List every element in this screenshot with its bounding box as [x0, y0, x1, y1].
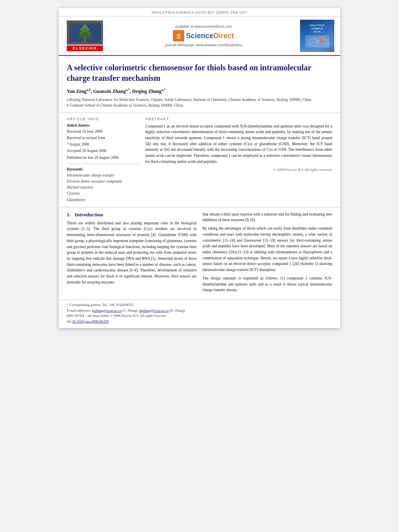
- elsevier-tree-image: [67, 21, 103, 45]
- elsevier-logo: ELSEVIER: [63, 21, 107, 51]
- svg-point-9: [318, 37, 325, 43]
- sciencedirect-center: available at www.sciencedirect.com S Sci…: [107, 25, 300, 47]
- journal-citation: ANALYTICA CHIMICA ACTA 627 (2008) 254–25…: [152, 10, 247, 14]
- intro-paragraph-2: that release a thiol upon reaction with …: [203, 212, 333, 223]
- footnote-section: * Corresponding authors. Tel.: +86 10 62…: [59, 300, 340, 328]
- affiliations: a Beijing National Laboratory for Molecu…: [67, 97, 332, 109]
- copyright: © 2008 Elsevier B.V. All rights reserved…: [145, 168, 332, 172]
- article-info-panel: ARTICLE INFO Article history: Received 1…: [67, 117, 139, 203]
- keyword-1: Intramolecular charge transfer: [67, 173, 139, 179]
- doi-text: doi:10.1016/j.aca.2008.08.028: [67, 319, 332, 325]
- author-deqing-sup: a,*: [162, 88, 166, 92]
- authors: Yan Zenga,b, Guanxin Zhanga,*, Deqing Zh…: [67, 88, 332, 94]
- author-guanxin: Guanxin Zhang: [93, 88, 125, 94]
- body-right-column: that release a thiol upon reaction with …: [203, 212, 333, 296]
- abstract-text: Compound 1 as an electron donor-acceptor…: [145, 123, 332, 165]
- body-section: 1. Introduction Thiols are widely distri…: [59, 207, 340, 300]
- introduction-heading: 1. Introduction: [67, 212, 197, 218]
- issn-text: 0003-2670/$ – see front matter © 2008 El…: [67, 313, 332, 319]
- elsevier-branding: ELSEVIER: [63, 21, 107, 51]
- article-page: ANALYTICA CHIMICA ACTA 627 (2008) 254–25…: [59, 8, 340, 328]
- author-guanxin-sup: a,*: [126, 88, 130, 92]
- publisher-header: ELSEVIER available at www.sciencedirect.…: [59, 16, 340, 56]
- author-deqing: Deqing Zhang: [132, 88, 162, 94]
- body-left-column: 1. Introduction Thiols are widely distri…: [67, 212, 197, 296]
- email-addresses: E-mail addresses: gxzhang@iccas.ac.cn (G…: [67, 308, 332, 314]
- intro-paragraph-3: By taking the advantages of thiols which…: [203, 226, 333, 273]
- intro-paragraph-4: The design rationale is explained as fol…: [203, 275, 333, 293]
- sd-icon: S: [173, 30, 184, 41]
- affiliation-b: b Graduate School of Chinese Academy of …: [67, 103, 332, 108]
- article-info-heading: ARTICLE INFO: [67, 117, 139, 121]
- sciencedirect-text: ScienceDirect: [186, 32, 234, 40]
- published-date: Published on line 29 August 2008: [67, 155, 139, 160]
- info-divider: [67, 164, 139, 164]
- keyword-2: Electron donor–acceptor compound: [67, 179, 139, 185]
- journal-header: ANALYTICA CHIMICA ACTA 627 (2008) 254–25…: [59, 8, 340, 16]
- accepted-date: Accepted 20 August 2008: [67, 148, 139, 154]
- abstract-heading: ABSTRACT: [145, 117, 332, 121]
- doi-link[interactable]: 10.1016/j.aca.2008.08.028: [72, 319, 108, 323]
- available-text: available at www.sciencedirect.com: [111, 25, 296, 29]
- section-number: 1.: [67, 212, 71, 218]
- journal-homepage: journal homepage: www.elsevier.com/locat…: [111, 43, 296, 47]
- author-yan: Yan Zeng: [67, 88, 86, 94]
- abstract-section: ABSTRACT Compound 1 as an electron donor…: [145, 117, 332, 203]
- elsevier-label: ELSEVIER: [67, 45, 103, 51]
- journal-cover: ANALYTICACHIMICAACTA: [300, 20, 336, 52]
- journal-cover-image: ANALYTICACHIMICAACTA: [300, 20, 334, 52]
- received-date: Received 14 June 2008: [67, 129, 139, 134]
- article-info-abstract: ARTICLE INFO Article history: Received 1…: [59, 113, 340, 207]
- keywords-list: Intramolecular charge transfer Electron …: [67, 173, 139, 203]
- article-title: A selective colorimetric chemosensor for…: [67, 62, 332, 83]
- affiliation-a: a Beijing National Laboratory for Molecu…: [67, 97, 332, 103]
- email-gzhang[interactable]: gxzhang@iccas.ac.cn: [92, 308, 121, 312]
- section-title: Introduction: [75, 212, 103, 218]
- email-dzhang[interactable]: dqzhang@iccas.ac.cn: [139, 308, 169, 312]
- sciencedirect-logo: S ScienceDirect: [111, 30, 296, 41]
- title-section: A selective colorimetric chemosensor for…: [59, 56, 340, 113]
- svg-point-8: [309, 38, 317, 46]
- article-history-heading: Article history:: [67, 123, 139, 127]
- corresponding-authors: * Corresponding authors. Tel.: +86 10 62…: [67, 302, 332, 308]
- author-yan-sup: a,b: [86, 88, 90, 92]
- svg-text:S: S: [177, 33, 181, 40]
- revised-date-2: 7 August 2008: [67, 142, 139, 147]
- keyword-3: Michael reaction: [67, 185, 139, 191]
- revised-date: Received in revised form: [67, 135, 139, 141]
- intro-paragraph-1: Thiols are widely distributed and also p…: [67, 220, 197, 286]
- keyword-5: Glutathione: [67, 197, 139, 203]
- keywords-heading: Keywords:: [67, 167, 139, 171]
- keyword-4: Cysteine: [67, 191, 139, 197]
